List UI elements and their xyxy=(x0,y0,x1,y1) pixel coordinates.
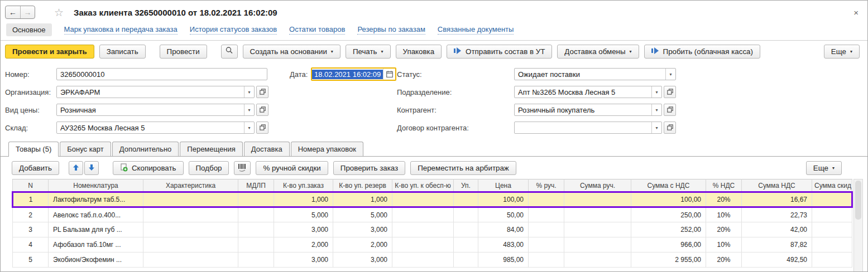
cell-manual-pct[interactable] xyxy=(529,207,564,222)
cell-pack[interactable] xyxy=(454,207,478,222)
date-input[interactable]: 18.02.2021 16:02:09 xyxy=(311,67,396,81)
cell-qty-provide[interactable] xyxy=(392,192,454,207)
cell-pack[interactable] xyxy=(454,237,478,252)
cell-manual-sum[interactable] xyxy=(564,252,631,268)
cell-nomenclature[interactable]: Афобазол таб.10мг ... xyxy=(49,237,143,252)
cell-nomenclature[interactable]: PL Бальзам для губ ... xyxy=(49,222,143,237)
col-header-pack[interactable]: Уп. xyxy=(454,179,478,192)
cell-nomenclature[interactable]: Авелокс таб.п.о.400... xyxy=(49,207,143,222)
cell-manual-pct[interactable] xyxy=(529,222,564,237)
packing-button[interactable]: Упаковка xyxy=(396,45,442,59)
cell-pack[interactable] xyxy=(454,252,478,268)
cell-vat-sum[interactable]: 22,73 xyxy=(742,207,812,222)
col-header-nomenclature[interactable]: Номенклатура xyxy=(49,179,143,192)
print-button[interactable]: Печать ▾ xyxy=(346,45,391,59)
date-value[interactable]: 18.02.2021 16:02:09 xyxy=(312,70,383,79)
cell-qty-reserve[interactable]: 2,000 xyxy=(333,237,392,252)
tab-package-numbers[interactable]: Номера упаковок xyxy=(291,142,363,156)
cell-qty-reserve[interactable]: 3,000 xyxy=(333,222,392,237)
check-order-button[interactable]: Проверить заказ xyxy=(333,161,405,175)
warehouse-open-button[interactable] xyxy=(256,122,268,134)
cell-price[interactable]: 84,00 xyxy=(478,222,529,237)
cell-mdlp[interactable] xyxy=(238,222,274,237)
send-to-ut-button[interactable]: Отправить состав в УТ xyxy=(447,45,552,59)
chevron-down-icon[interactable]: ▾ xyxy=(651,104,661,115)
cell-vat-sum[interactable]: 87,82 xyxy=(742,237,812,252)
cell-discount-sum[interactable] xyxy=(812,252,852,268)
cell-qty-provide[interactable] xyxy=(392,237,454,252)
cell-manual-sum[interactable] xyxy=(564,207,631,222)
contract-select[interactable]: ▾ xyxy=(514,122,662,134)
link-related-documents[interactable]: Связанные документы xyxy=(438,25,514,35)
tab-additional[interactable]: Дополнительно xyxy=(112,142,179,156)
col-header-vat-pct[interactable]: % НДС xyxy=(706,179,742,192)
add-row-button[interactable]: Добавить xyxy=(12,161,59,175)
cell-vat-pct[interactable]: 10% xyxy=(706,207,742,222)
calendar-icon[interactable] xyxy=(383,69,395,80)
cell-vat-pct[interactable]: 10% xyxy=(706,237,742,252)
table-row[interactable]: 5 Экобион/Экофемин ... 3,000 3,000 985,0… xyxy=(13,252,852,268)
cell-price[interactable]: 50,00 xyxy=(478,207,529,222)
create-based-on-button[interactable]: Создать на основании ▾ xyxy=(243,45,341,59)
cell-qty-reserve[interactable]: 3,000 xyxy=(333,252,392,268)
vertical-scrollbar[interactable] xyxy=(853,179,863,272)
cell-mdlp[interactable] xyxy=(238,252,274,268)
table-row[interactable]: 1 Лактофильтрум таб.5... 1,000 1,000 100… xyxy=(13,192,852,207)
cell-qty-order[interactable]: 5,000 xyxy=(274,207,333,222)
cell-vat-sum[interactable]: 16,67 xyxy=(742,192,812,207)
price-type-select[interactable]: Розничная ▾ xyxy=(56,104,255,116)
cell-n[interactable]: 5 xyxy=(13,252,49,268)
delivery-exchange-button[interactable]: Доставка обмены ▾ xyxy=(557,45,639,59)
cell-discount-sum[interactable] xyxy=(812,207,852,222)
col-header-mdlp[interactable]: МДЛП xyxy=(238,179,274,192)
save-button[interactable]: Записать xyxy=(99,45,146,59)
cell-characteristic[interactable] xyxy=(143,252,238,268)
manual-discount-button[interactable]: % ручной скидки xyxy=(256,161,328,175)
cell-vat-pct[interactable]: 20% xyxy=(706,222,742,237)
move-to-arbitrage-button[interactable]: Переместить на арбитраж xyxy=(410,161,516,175)
cell-nomenclature[interactable]: Экобион/Экофемин ... xyxy=(49,252,143,268)
cell-mdlp[interactable] xyxy=(238,192,274,207)
cell-price[interactable]: 985,00 xyxy=(478,252,529,268)
cell-qty-provide[interactable] xyxy=(392,207,454,222)
col-header-n[interactable]: N xyxy=(13,179,49,192)
cell-characteristic[interactable] xyxy=(143,222,238,237)
chevron-down-icon[interactable]: ▾ xyxy=(665,69,675,80)
cell-qty-provide[interactable] xyxy=(392,222,454,237)
more-button[interactable]: Еще ▾ xyxy=(824,45,860,59)
cell-mdlp[interactable] xyxy=(238,237,274,252)
tab-movements[interactable]: Перемещения xyxy=(180,142,242,156)
cell-vat-sum[interactable]: 492,50 xyxy=(742,252,812,268)
favorite-star-icon[interactable]: ☆ xyxy=(54,7,64,18)
cell-pack[interactable] xyxy=(454,222,478,237)
chevron-down-icon[interactable]: ▾ xyxy=(651,122,661,133)
chevron-down-icon[interactable]: ▾ xyxy=(651,86,661,98)
copy-row-button[interactable]: Скопировать xyxy=(113,161,184,175)
tab-goods[interactable]: Товары (5) xyxy=(8,142,59,157)
table-row[interactable]: 3 PL Бальзам для губ ... 3,000 3,000 84,… xyxy=(13,222,852,237)
col-header-manual-sum[interactable]: Сумма руч. xyxy=(564,179,631,192)
post-and-close-button[interactable]: Провести и закрыть xyxy=(5,45,94,59)
warehouse-select[interactable]: АУ3265 Москва Лесная 5 ▾ xyxy=(56,122,255,134)
chevron-down-icon[interactable]: ▾ xyxy=(244,104,254,115)
col-header-manual-pct[interactable]: % руч. xyxy=(529,179,564,192)
cell-n[interactable]: 3 xyxy=(13,222,49,237)
move-up-button[interactable] xyxy=(69,161,83,175)
col-header-qty-order[interactable]: К-во уп.заказ xyxy=(274,179,333,192)
organization-open-button[interactable] xyxy=(256,86,268,98)
cell-manual-pct[interactable] xyxy=(529,252,564,268)
col-header-qty-reserve[interactable]: К-во уп. резерв xyxy=(333,179,392,192)
col-header-sum-vat[interactable]: Сумма с НДС xyxy=(631,179,706,192)
cell-manual-pct[interactable] xyxy=(529,237,564,252)
cell-price[interactable]: 483,00 xyxy=(478,237,529,252)
barcode-scan-button[interactable] xyxy=(234,161,251,175)
chevron-down-icon[interactable]: ▾ xyxy=(244,122,254,133)
cell-n[interactable]: 2 xyxy=(13,207,49,222)
status-select[interactable]: Ожидает поставки ▾ xyxy=(514,68,676,80)
price-type-open-button[interactable] xyxy=(256,104,268,116)
col-header-price[interactable]: Цена xyxy=(478,179,529,192)
pick-items-button[interactable]: Подбор xyxy=(189,161,229,175)
table-more-button[interactable]: Еще ▾ xyxy=(806,161,842,175)
cell-nomenclature[interactable]: Лактофильтрум таб.5... xyxy=(49,192,143,207)
scrollbar-thumb[interactable] xyxy=(855,181,861,220)
